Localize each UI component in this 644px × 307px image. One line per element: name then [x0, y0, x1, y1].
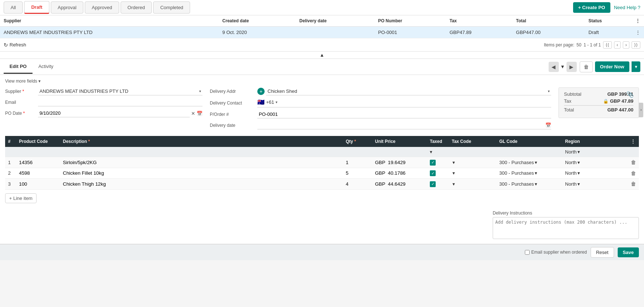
- prev-page-button[interactable]: ‹: [614, 41, 621, 49]
- region-arrow-1[interactable]: ▾: [577, 160, 580, 165]
- last-page-button[interactable]: ⟩⟩: [632, 41, 640, 49]
- unit-price-1[interactable]: [372, 157, 427, 168]
- tab-draft[interactable]: Draft: [24, 1, 49, 14]
- view-more-fields-toggle[interactable]: View more fields ▾: [5, 79, 639, 84]
- region-2[interactable]: North ▾: [562, 168, 628, 179]
- unit-price-3[interactable]: [372, 179, 427, 190]
- delivery-instructions-textarea[interactable]: [493, 217, 639, 239]
- tax-code-arrow-3[interactable]: ▾: [452, 181, 455, 187]
- taxed-checkbox-1[interactable]: ✓: [430, 160, 436, 166]
- next-page-button[interactable]: ›: [623, 41, 629, 49]
- qty-2[interactable]: [343, 168, 372, 179]
- table-row[interactable]: ANDREWS MEAT INDUSTRIES PTY LTD 9 Oct. 2…: [0, 27, 644, 38]
- product-code-input-2[interactable]: [19, 170, 57, 176]
- delivery-calendar-icon[interactable]: 📅: [545, 122, 551, 128]
- unit-price-2[interactable]: [372, 168, 427, 179]
- date-clear-icon[interactable]: ✕: [191, 111, 195, 116]
- tax-code-3[interactable]: ▾: [449, 179, 496, 190]
- next-record-button[interactable]: ▶: [567, 62, 577, 72]
- delete-row-3[interactable]: 🗑: [628, 179, 639, 190]
- region-arrow-3[interactable]: ▾: [577, 181, 580, 187]
- tax-code-arrow-2[interactable]: ▾: [452, 170, 455, 176]
- delete-line-button-2[interactable]: 🗑: [631, 170, 636, 176]
- tax-code-1[interactable]: ▾: [449, 157, 496, 168]
- delivery-contact-input[interactable]: [279, 98, 551, 106]
- need-help-link[interactable]: Need Help ?: [614, 5, 640, 10]
- unit-price-input-2[interactable]: [375, 170, 419, 176]
- cell-more[interactable]: ⋮: [632, 27, 644, 38]
- product-code-input-1[interactable]: [19, 160, 57, 165]
- taxed-checkbox-3[interactable]: ✓: [430, 181, 436, 187]
- product-code-2[interactable]: [16, 168, 60, 179]
- qty-input-1[interactable]: [346, 160, 368, 165]
- region-arrow-2[interactable]: ▾: [577, 170, 580, 176]
- taxed-checkbox-2[interactable]: ✓: [430, 170, 436, 176]
- order-now-button[interactable]: Order Now: [595, 61, 629, 72]
- p-order-input[interactable]: PO-0001: [257, 110, 551, 118]
- product-code-1[interactable]: [16, 157, 60, 168]
- prev-record-button[interactable]: ◀: [549, 62, 559, 72]
- refresh-button[interactable]: ↻ Refresh: [4, 42, 26, 48]
- delete-row-2[interactable]: 🗑: [628, 168, 639, 179]
- region-filter[interactable]: North ▾: [565, 149, 625, 155]
- qty-1[interactable]: [343, 157, 372, 168]
- description-3[interactable]: [60, 179, 343, 190]
- unit-price-input-1[interactable]: [375, 160, 419, 165]
- reset-button[interactable]: Reset: [591, 247, 614, 258]
- gl-code-arrow-2[interactable]: ▾: [535, 170, 537, 176]
- email-input[interactable]: [38, 98, 202, 106]
- supplier-row: Supplier ANDREWS MEAT INDUSTRIES PTY LTD…: [5, 87, 202, 95]
- delete-line-button-3[interactable]: 🗑: [631, 181, 636, 187]
- tab-approval[interactable]: Approval: [51, 1, 83, 14]
- edit-po-tab[interactable]: Edit PO: [4, 60, 33, 74]
- tab-ordered[interactable]: Ordered: [121, 1, 152, 14]
- delivery-date-input[interactable]: [257, 121, 545, 129]
- gl-code-arrow-1[interactable]: ▾: [535, 160, 537, 165]
- email-supplier-checkbox[interactable]: [525, 250, 530, 255]
- qty-input-3[interactable]: [346, 181, 368, 187]
- activity-tab[interactable]: Activity: [33, 60, 59, 74]
- email-supplier-check-label[interactable]: Email supplier when ordered: [525, 250, 587, 255]
- create-po-button[interactable]: + Create PO: [573, 2, 610, 13]
- save-button[interactable]: Save: [618, 247, 639, 257]
- order-now-dropdown-button[interactable]: ▾: [632, 61, 640, 72]
- product-code-3[interactable]: [16, 179, 60, 190]
- supplier-select[interactable]: ANDREWS MEAT INDUSTRIES PTY LTD ▾: [38, 87, 202, 95]
- region-1[interactable]: North ▾: [562, 157, 628, 168]
- po-date-input[interactable]: 9/10/2020: [38, 109, 190, 117]
- phone-dropdown-arrow[interactable]: ▾: [276, 100, 277, 104]
- gl-code-arrow-3[interactable]: ▾: [535, 181, 537, 187]
- calendar-icon[interactable]: 📅: [197, 111, 202, 116]
- delivery-addr-select[interactable]: Chicken Shed ▾: [266, 87, 551, 95]
- tax-code-arrow-1[interactable]: ▾: [452, 160, 455, 165]
- tab-completed[interactable]: Completed: [153, 1, 190, 14]
- description-input-3[interactable]: [63, 181, 340, 187]
- first-page-button[interactable]: ⟨⟨: [603, 41, 612, 49]
- add-delivery-addr-button[interactable]: +: [257, 88, 265, 95]
- description-1[interactable]: [60, 157, 343, 168]
- description-input-1[interactable]: [63, 160, 340, 165]
- tax-value: GBP 47.89: [610, 98, 633, 104]
- taxed-3: ✓: [427, 179, 449, 190]
- unit-price-input-3[interactable]: [375, 181, 419, 187]
- qty-3[interactable]: [343, 179, 372, 190]
- totals-expand-handle[interactable]: ›: [639, 103, 643, 117]
- description-2[interactable]: [60, 168, 343, 179]
- gl-code-3[interactable]: 300 - Purchases ▾: [496, 179, 562, 190]
- tab-approved[interactable]: Approved: [85, 1, 119, 14]
- attach-icon[interactable]: 📎: [626, 91, 634, 98]
- tax-code-2[interactable]: ▾: [449, 168, 496, 179]
- taxed-filter[interactable]: ▾: [430, 149, 446, 155]
- product-code-input-3[interactable]: [19, 181, 57, 187]
- collapse-toggle[interactable]: ▲: [0, 52, 644, 59]
- delete-line-button-1[interactable]: 🗑: [631, 159, 636, 165]
- gl-code-1[interactable]: 300 - Purchases ▾: [496, 157, 562, 168]
- region-3[interactable]: North ▾: [562, 179, 628, 190]
- add-line-item-button[interactable]: + Line item: [5, 193, 37, 203]
- description-input-2[interactable]: [63, 170, 340, 176]
- delete-button[interactable]: 🗑: [580, 61, 593, 72]
- qty-input-2[interactable]: [346, 170, 368, 176]
- gl-code-2[interactable]: 300 - Purchases ▾: [496, 168, 562, 179]
- tab-all[interactable]: All: [4, 1, 23, 14]
- delete-row-1[interactable]: 🗑: [628, 157, 639, 168]
